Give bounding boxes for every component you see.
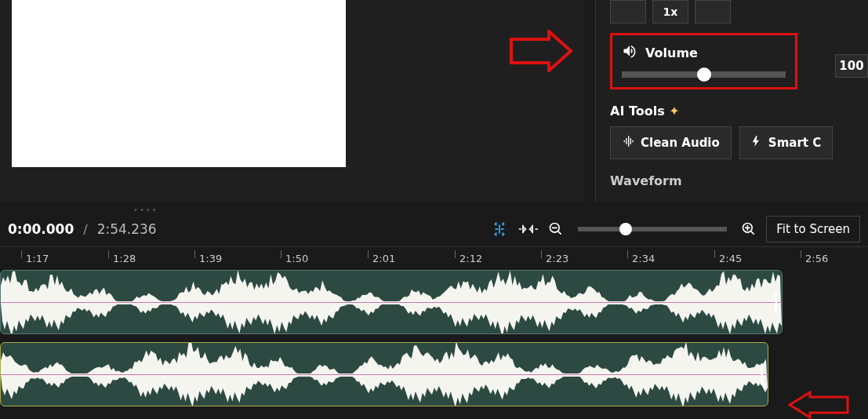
speed-row: 1x: [610, 0, 868, 24]
smart-cut-button[interactable]: Smart C: [739, 126, 833, 159]
ruler-label: 2:12: [459, 253, 482, 264]
properties-sidebar: 1x Volume 100 AI Tools ✦ Clean Audio Sma: [595, 0, 868, 202]
ruler-label: 1:17: [26, 253, 49, 264]
ruler-label: 2:01: [372, 253, 395, 264]
ruler-label: 2:23: [546, 253, 568, 264]
audio-wave-icon: [622, 135, 634, 151]
annotation-arrow-icon: [788, 391, 849, 419]
ruler-tick: 2:12: [455, 247, 482, 270]
ruler-tick: 2:23: [541, 247, 568, 270]
ruler-label: 1:28: [113, 253, 136, 264]
ruler-tick: 1:39: [194, 247, 222, 270]
volume-panel: Volume: [610, 33, 797, 89]
preview-canvas: [12, 0, 346, 167]
speed-increase-button[interactable]: [695, 0, 731, 24]
zoom-out-icon[interactable]: [545, 218, 567, 240]
smart-cut-label: Smart C: [768, 136, 821, 150]
ruler-tick: 1:50: [281, 247, 308, 270]
timeline-ruler[interactable]: 1:171:281:391:502:012:122:232:342:452:56: [0, 246, 868, 270]
time-total: 2:54.236: [97, 221, 157, 237]
speed-value[interactable]: 1x: [652, 0, 688, 24]
ruler-tick: 1:17: [21, 247, 49, 270]
ruler-tick: 1:28: [108, 247, 136, 270]
zoom-in-icon[interactable]: [738, 218, 760, 240]
ruler-label: 1:39: [199, 253, 222, 264]
ruler-label: 2:56: [805, 253, 828, 264]
waveform-title: Waveform: [610, 173, 868, 188]
volume-label: Volume: [645, 46, 698, 60]
audio-clip[interactable]: [0, 342, 768, 406]
snap-icon[interactable]: [517, 218, 539, 240]
split-icon[interactable]: [488, 218, 510, 240]
clip-centerline: [1, 302, 782, 303]
volume-icon: [622, 43, 637, 62]
clean-audio-button[interactable]: Clean Audio: [610, 126, 732, 159]
fit-to-screen-button[interactable]: Fit to Screen: [766, 216, 860, 242]
clip-handle[interactable]: [775, 291, 777, 313]
audio-clip[interactable]: [0, 270, 783, 334]
audio-track[interactable]: [0, 270, 868, 334]
annotation-arrow-icon: [510, 30, 572, 72]
zoom-thumb[interactable]: [619, 223, 632, 235]
volume-value[interactable]: 100: [835, 54, 868, 78]
clip-centerline: [1, 374, 768, 375]
ruler-label: 1:50: [285, 253, 308, 264]
svg-rect-1: [501, 228, 504, 230]
time-current: 0:00.000: [8, 221, 74, 237]
ai-tools-title: AI Tools ✦: [610, 104, 868, 118]
time-separator: /: [83, 222, 87, 237]
volume-slider[interactable]: [622, 71, 786, 78]
speed-decrease-button[interactable]: [610, 0, 646, 24]
svg-rect-0: [496, 228, 499, 230]
ruler-label: 2:45: [719, 253, 742, 264]
ruler-tick: 2:45: [714, 247, 742, 270]
timeline-toolbar: 0:00.000 / 2:54.236 Fit to Screen: [0, 215, 868, 243]
audio-track[interactable]: [0, 342, 868, 406]
panel-drag-handle[interactable]: ••••: [133, 206, 158, 214]
ruler-label: 2:34: [632, 253, 655, 264]
volume-thumb[interactable]: [697, 67, 711, 82]
ruler-tick: 2:34: [627, 247, 655, 270]
ruler-tick: 2:56: [801, 247, 828, 270]
lightning-icon: [751, 135, 762, 151]
clean-audio-label: Clean Audio: [641, 136, 720, 150]
zoom-slider[interactable]: [578, 227, 727, 231]
sparkle-icon: ✦: [669, 104, 679, 118]
ruler-tick: 2:01: [368, 247, 395, 270]
timeline-tracks: [0, 270, 868, 414]
clip-handle[interactable]: [761, 363, 763, 385]
preview-area: [0, 0, 584, 202]
